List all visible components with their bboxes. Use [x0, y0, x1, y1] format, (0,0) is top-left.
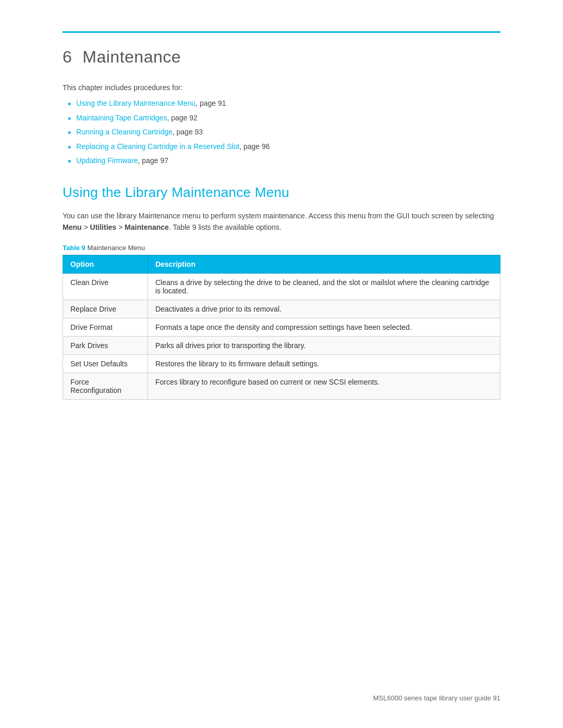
table-row: Park Drives Parks all drives prior to tr…: [63, 336, 500, 354]
option-cell: Set User Defaults: [63, 354, 148, 373]
option-cell: Park Drives: [63, 336, 148, 354]
table-caption-label: Table 9: [63, 244, 85, 252]
table-caption-text: Maintenance Menu: [85, 244, 145, 252]
bullet-suffix-4: , page 96: [239, 142, 270, 151]
description-cell: Formats a tape once the density and comp…: [148, 318, 500, 336]
table-row: Set User Defaults Restores the library t…: [63, 354, 500, 373]
section-body-suffix: . Table 9 lists the available options.: [169, 223, 282, 231]
bullet-link-2[interactable]: Maintaining Tape Cartridges: [76, 114, 167, 122]
bullet-suffix-2: , page 92: [167, 114, 197, 122]
table-row: Replace Drive Deactivates a drive prior …: [63, 300, 500, 318]
table-header: Option Description: [63, 255, 500, 273]
option-cell: Force Reconfiguration: [63, 373, 148, 399]
section-body-text: You can use the library Maintenance menu…: [63, 212, 494, 220]
bullet-link-5[interactable]: Updating Firmware: [76, 156, 138, 165]
bullet-dot: •: [68, 156, 71, 168]
table-body: Clean Drive Cleans a drive by selecting …: [63, 273, 500, 399]
bullet-link-4[interactable]: Replacing a Cleaning Cartridge in a Rese…: [76, 142, 239, 151]
table-header-row: Option Description: [63, 255, 500, 273]
description-cell: Deactivates a drive prior to its removal…: [148, 300, 500, 318]
bullet-list: • Using the Library Maintenance Menu, pa…: [63, 99, 500, 168]
list-item: • Maintaining Tape Cartridges, page 92: [68, 114, 500, 125]
chapter-number: 6: [63, 47, 72, 66]
bullet-suffix-5: , page 97: [138, 156, 168, 165]
top-rule: [63, 31, 500, 33]
chapter-title: 6Maintenance: [63, 47, 500, 67]
section-body: You can use the library Maintenance menu…: [63, 210, 500, 233]
description-cell: Restores the library to its firmware def…: [148, 354, 500, 373]
section-heading: Using the Library Maintenance Menu: [63, 184, 500, 201]
option-cell: Clean Drive: [63, 273, 148, 300]
table-row: Drive Format Formats a tape once the den…: [63, 318, 500, 336]
footer: MSL6000 series tape library user guide 9…: [373, 694, 500, 702]
page-container: 6Maintenance This chapter includes proce…: [0, 0, 563, 457]
bullet-dot: •: [68, 128, 71, 139]
chapter-title-text: Maintenance: [82, 47, 181, 66]
bullet-suffix-1: , page 91: [195, 99, 226, 107]
description-cell: Parks all drives prior to transporting t…: [148, 336, 500, 354]
bullet-suffix-3: , page 93: [173, 128, 203, 136]
list-item: • Replacing a Cleaning Cartridge in a Re…: [68, 142, 500, 154]
bullet-link-3[interactable]: Running a Cleaning Cartridge: [76, 128, 172, 136]
menu-item-3: Maintenance: [125, 223, 169, 231]
description-cell: Forces library to reconfigure based on c…: [148, 373, 500, 399]
option-cell: Replace Drive: [63, 300, 148, 318]
bullet-dot: •: [68, 114, 71, 125]
table-row: Force Reconfiguration Forces library to …: [63, 373, 500, 399]
list-item: • Running a Cleaning Cartridge, page 93: [68, 128, 500, 139]
menu-item-2: Utilities: [90, 223, 117, 231]
bullet-dot: •: [68, 142, 71, 154]
intro-text: This chapter includes procedures for:: [63, 83, 500, 92]
table-col-option: Option: [63, 255, 148, 273]
bullet-dot: •: [68, 99, 71, 110]
table-col-description: Description: [148, 255, 500, 273]
bullet-link-1[interactable]: Using the Library Maintenance Menu: [76, 99, 195, 107]
option-cell: Drive Format: [63, 318, 148, 336]
menu-item-1: Menu: [63, 223, 82, 231]
maintenance-table: Option Description Clean Drive Cleans a …: [63, 255, 500, 400]
list-item: • Updating Firmware, page 97: [68, 156, 500, 168]
list-item: • Using the Library Maintenance Menu, pa…: [68, 99, 500, 110]
table-row: Clean Drive Cleans a drive by selecting …: [63, 273, 500, 300]
description-cell: Cleans a drive by selecting the drive to…: [148, 273, 500, 300]
table-caption: Table 9 Maintenance Menu: [63, 244, 500, 252]
